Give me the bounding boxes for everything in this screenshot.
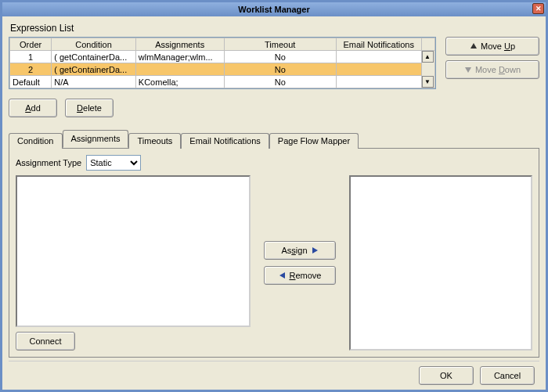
titlebar: Worklist Manager ✕ xyxy=(2,2,546,16)
col-header-scroll xyxy=(421,38,434,51)
window-title: Worklist Manager xyxy=(238,5,310,14)
expression-list-label: Expression List xyxy=(10,23,539,34)
svg-marker-2 xyxy=(312,247,318,254)
scroll-down-icon[interactable]: ▼ xyxy=(422,76,434,88)
cell-timeout: No xyxy=(224,51,336,63)
delete-button[interactable]: Delete xyxy=(65,99,114,117)
tab-assignments[interactable]: Assignments xyxy=(63,130,129,148)
tab-email-notifications[interactable]: Email Notifications xyxy=(181,133,269,149)
assignment-type-label: Assignment Type xyxy=(16,158,81,167)
cell-timeout: No xyxy=(224,63,336,76)
cell-condition: N/A xyxy=(52,76,136,88)
assign-button[interactable]: Assign xyxy=(264,241,336,260)
tab-bar: Condition Assignments Timeouts Email Not… xyxy=(9,130,539,148)
assignments-panel: Assignment Type Static Connect Assign xyxy=(9,148,539,358)
table-header-row: Order Condition Assignments Timeout Emai… xyxy=(10,38,435,51)
table-row[interactable]: 1 ( getContainerDa... wlmManager;wlm... … xyxy=(10,51,435,63)
move-up-button[interactable]: Move Up xyxy=(445,37,539,56)
cell-order: 2 xyxy=(10,63,52,76)
assigned-list[interactable] xyxy=(349,175,532,351)
cell-email xyxy=(336,76,421,88)
col-header-email[interactable]: Email Notifications xyxy=(336,38,421,51)
cell-order: 1 xyxy=(10,51,52,63)
ok-button[interactable]: OK xyxy=(419,366,474,385)
close-icon[interactable]: ✕ xyxy=(532,3,544,14)
connect-button[interactable]: Connect xyxy=(16,332,75,351)
cell-condition: ( getContainerDa... xyxy=(52,63,136,76)
add-button[interactable]: Add xyxy=(9,99,57,117)
col-header-order[interactable]: Order xyxy=(10,38,52,51)
remove-button[interactable]: Remove xyxy=(264,266,336,285)
expression-table[interactable]: Order Condition Assignments Timeout Emai… xyxy=(9,37,436,89)
tab-page-flow-mapper[interactable]: Page Flow Mapper xyxy=(269,133,359,149)
cell-order: Default xyxy=(10,76,52,88)
table-row[interactable]: 2 ( getContainerDa... No xyxy=(10,63,435,76)
svg-marker-0 xyxy=(470,43,477,49)
table-row[interactable]: Default N/A KComella; No xyxy=(10,76,435,88)
col-header-timeout[interactable]: Timeout xyxy=(224,38,336,51)
cell-condition: ( getContainerDa... xyxy=(52,51,136,63)
cell-email xyxy=(336,63,421,76)
cell-assignments xyxy=(135,63,224,76)
svg-marker-3 xyxy=(279,272,285,279)
arrow-left-icon xyxy=(279,272,287,279)
svg-marker-1 xyxy=(465,67,471,73)
arrow-down-icon xyxy=(464,66,472,74)
tab-condition[interactable]: Condition xyxy=(9,133,63,149)
content-area: Expression List Order Condition Assignme… xyxy=(2,16,546,390)
cell-email xyxy=(336,51,421,63)
dialog-button-bar: OK Cancel xyxy=(9,361,539,387)
cell-assignments: wlmManager;wlm... xyxy=(135,51,224,63)
arrow-up-icon xyxy=(470,42,478,50)
cell-assignments: KComella; xyxy=(135,76,224,88)
tab-timeouts[interactable]: Timeouts xyxy=(128,133,181,149)
move-down-button[interactable]: Move Down xyxy=(445,60,539,79)
col-header-condition[interactable]: Condition xyxy=(52,38,136,51)
arrow-right-icon xyxy=(311,246,319,254)
cell-timeout: No xyxy=(224,76,336,88)
available-list[interactable] xyxy=(16,175,251,327)
assignment-type-select[interactable]: Static xyxy=(86,155,141,171)
scroll-up-icon[interactable]: ▲ xyxy=(422,51,434,63)
col-header-assignments[interactable]: Assignments xyxy=(135,38,224,51)
cancel-button[interactable]: Cancel xyxy=(480,366,535,385)
